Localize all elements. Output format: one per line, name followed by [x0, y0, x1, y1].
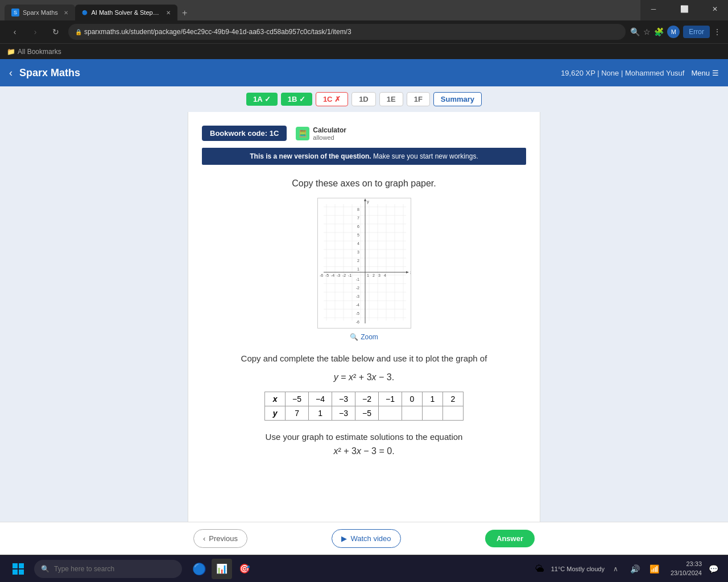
table-row-y: y 7 1 −3 −5 — [265, 406, 464, 420]
table-row-x: x −5 −4 −3 −2 −1 0 1 2 — [265, 392, 464, 406]
task-btn-1d[interactable]: 1D — [351, 92, 376, 106]
task-btn-summary[interactable]: Summary — [433, 92, 482, 106]
y-val-4: −5 — [355, 406, 378, 420]
svg-text:2: 2 — [357, 259, 359, 263]
profile-icon[interactable]: M — [667, 26, 680, 38]
svg-text:-6: -6 — [320, 273, 323, 277]
svg-rect-0 — [318, 198, 411, 329]
taskbar-search-input[interactable] — [54, 565, 168, 573]
svg-text:-2: -2 — [342, 273, 346, 277]
math-table: x −5 −4 −3 −2 −1 0 1 2 y 7 1 −3 −5 — [264, 392, 464, 421]
tab-ai[interactable]: 🔵 AI Math Solver & Step-by-Step... ✕ — [75, 5, 177, 20]
all-bookmarks-label[interactable]: All Bookmarks — [18, 48, 61, 56]
svg-text:-5: -5 — [355, 311, 359, 315]
svg-rect-57 — [13, 569, 18, 575]
svg-text:1: 1 — [367, 273, 369, 277]
svg-rect-55 — [13, 563, 18, 568]
y-val-7 — [422, 406, 442, 420]
equation-display: y = x² + 3x − 3. — [202, 372, 526, 383]
task-btn-1c[interactable]: 1C ✗ — [316, 92, 348, 106]
bookmark-star-icon[interactable]: ☆ — [643, 27, 651, 36]
maximize-button[interactable]: ⬜ — [671, 0, 697, 18]
menu-icon: ☰ — [712, 69, 719, 77]
chevron-up-icon[interactable]: ∧ — [608, 561, 624, 577]
watch-video-button[interactable]: ▶ Watch video — [332, 529, 400, 548]
x-val-6: 0 — [402, 392, 422, 406]
previous-button[interactable]: ‹ Previous — [193, 529, 247, 548]
address-text: sparxmaths.uk/student/package/64ec29cc-4… — [84, 28, 351, 36]
task-btn-1a[interactable]: 1A ✓ — [246, 93, 278, 106]
y-val-5 — [378, 406, 402, 420]
svg-text:-2: -2 — [355, 286, 359, 290]
zoom-control[interactable]: 🔍 Zoom — [202, 333, 526, 341]
weather-icon: 🌥 — [532, 561, 548, 577]
taskbar-search[interactable]: 🔍 — [34, 560, 182, 578]
task-btn-1e[interactable]: 1E — [379, 92, 403, 106]
tab-sparx[interactable]: S Sparx Maths ✕ — [5, 5, 75, 20]
svg-rect-58 — [19, 569, 24, 575]
search-icon[interactable]: 🔍 — [630, 27, 640, 36]
graph-svg: x y 8 7 6 5 4 3 2 1 -1 -2 -3 -4 -5 -6 — [317, 198, 411, 329]
tab-sparx-close[interactable]: ✕ — [64, 10, 68, 16]
notification-icon[interactable]: 💬 — [705, 561, 721, 577]
svg-text:4: 4 — [357, 242, 359, 246]
ai-favicon: 🔵 — [82, 9, 88, 16]
minimize-button[interactable]: ─ — [640, 0, 667, 18]
equation-display2: x² + 3x − 3 = 0. — [202, 446, 526, 456]
answer-button[interactable]: Answer — [485, 530, 535, 547]
svg-text:3: 3 — [357, 250, 359, 254]
x-val-1: −5 — [286, 392, 309, 406]
x-val-4: −2 — [355, 392, 378, 406]
x-val-5: −1 — [378, 392, 402, 406]
network-icon[interactable]: 📶 — [647, 561, 663, 577]
svg-text:7: 7 — [357, 216, 359, 220]
zoom-label: Zoom — [361, 333, 378, 341]
svg-text:x: x — [410, 270, 411, 275]
calculator-allowed: 🧮 Calculator allowed — [296, 126, 346, 141]
calc-label: Calculator — [313, 126, 346, 134]
extensions-icon[interactable]: 🧩 — [654, 27, 664, 36]
close-button[interactable]: ✕ — [702, 0, 728, 18]
y-val-1: 7 — [286, 406, 309, 420]
taskbar-app-2[interactable]: 📊 — [212, 559, 232, 579]
task-btn-1b[interactable]: 1B ✓ — [281, 93, 312, 106]
taskbar-system-icons: 🌥 11°C Mostly cloudy ∧ 🔊 📶 23:33 23/10/2… — [532, 560, 721, 577]
svg-text:-1: -1 — [348, 273, 351, 277]
taskbar-app-3[interactable]: 🎯 — [234, 559, 255, 579]
svg-text:3: 3 — [378, 273, 380, 277]
back-nav-button[interactable]: ‹ — [7, 24, 23, 40]
y-val-3: −3 — [332, 406, 355, 420]
task-navigation: 1A ✓ 1B ✓ 1C ✗ 1D 1E 1F Summary — [0, 86, 728, 112]
taskbar-app-chrome[interactable]: 🔵 — [189, 559, 209, 579]
sparx-favicon: S — [11, 9, 19, 16]
calc-sub: allowed — [313, 134, 346, 141]
svg-text:-4: -4 — [355, 303, 359, 307]
reload-button[interactable]: ↻ — [48, 24, 64, 40]
svg-text:-1: -1 — [355, 277, 359, 281]
prev-label: Previous — [209, 534, 238, 543]
x-val-2: −4 — [309, 392, 332, 406]
content-card: Bookwork code: 1C 🧮 Calculator allowed T… — [188, 112, 540, 553]
error-button[interactable]: Error — [683, 26, 710, 38]
back-button[interactable]: ‹ — [9, 67, 13, 79]
menu-dots-icon[interactable]: ⋮ — [713, 27, 721, 36]
forward-nav-button[interactable]: › — [27, 24, 43, 40]
taskbar-time: 23:33 23/10/2024 — [671, 560, 702, 577]
volume-icon[interactable]: 🔊 — [627, 561, 643, 577]
calculator-icon: 🧮 — [296, 127, 309, 140]
tab-ai-close[interactable]: ✕ — [166, 10, 171, 16]
svg-text:-5: -5 — [325, 273, 329, 277]
address-bar[interactable]: 🔒 sparxmaths.uk/student/package/64ec29cc… — [68, 24, 626, 40]
svg-text:-6: -6 — [355, 320, 359, 324]
app-title: Sparx Maths — [19, 67, 80, 79]
svg-text:2: 2 — [373, 273, 375, 277]
task-btn-1f[interactable]: 1F — [407, 92, 430, 106]
menu-button[interactable]: Menu ☰ — [691, 69, 719, 77]
start-button[interactable] — [7, 558, 30, 580]
bottom-bar: ‹ Previous ▶ Watch video Answer — [0, 522, 728, 555]
svg-text:6: 6 — [357, 225, 359, 228]
app-header: ‹ Sparx Maths 19,620 XP | None | Mohamme… — [0, 59, 728, 86]
taskbar-search-icon: 🔍 — [41, 565, 49, 573]
svg-text:5: 5 — [357, 233, 359, 237]
new-tab-button[interactable]: + — [177, 6, 192, 20]
